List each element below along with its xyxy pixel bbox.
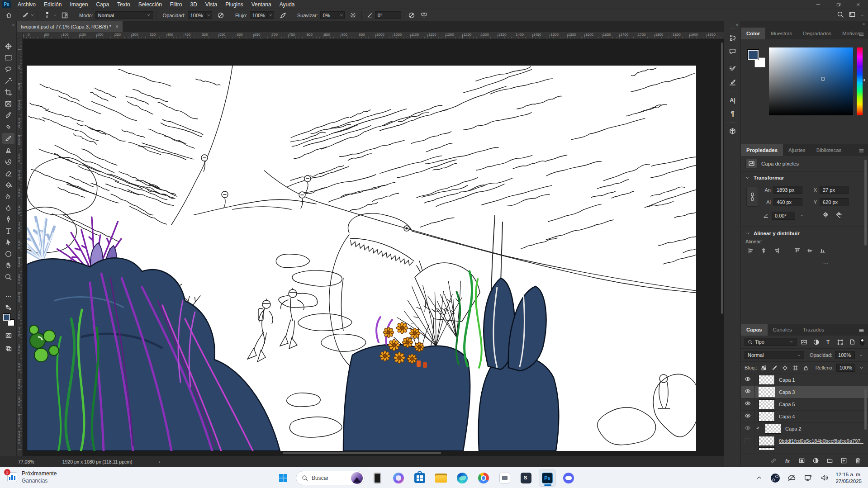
quick-mask-icon[interactable] — [2, 331, 14, 341]
symmetry-butterfly-icon[interactable] — [419, 11, 429, 20]
flip-horizontal-icon[interactable] — [822, 211, 829, 220]
workspace-icon[interactable] — [849, 11, 856, 20]
transform-section-header[interactable]: Transformar — [741, 171, 868, 183]
layer-visibility-icon[interactable] — [741, 411, 754, 422]
opacity-input[interactable]: 100% — [188, 11, 206, 19]
eyedropper-tool[interactable] — [2, 110, 14, 121]
taskbar-app-copilot[interactable] — [390, 469, 407, 487]
flow-input[interactable]: 100% — [250, 11, 268, 19]
panel-menu-icon[interactable] — [859, 147, 864, 156]
object-selection-tool[interactable] — [2, 76, 14, 86]
layer-thumbnail[interactable] — [759, 412, 775, 422]
align-button-alignt[interactable] — [792, 246, 802, 255]
layers-tab-0[interactable]: Capas — [741, 324, 768, 336]
layer-name[interactable]: Capa 3 — [779, 389, 795, 395]
layer-thumbnail[interactable] — [759, 436, 775, 446]
align-button-alignb[interactable] — [817, 246, 828, 255]
layer-filter-type-select[interactable]: Tipo — [745, 338, 797, 346]
marquee-tool[interactable] — [2, 52, 14, 63]
crop-tool[interactable] — [2, 87, 14, 98]
layer-thumbnail[interactable] — [759, 375, 775, 385]
screen-mode-icon[interactable] — [2, 343, 14, 353]
brushes-panel-icon[interactable] — [726, 76, 740, 89]
brush-tool[interactable] — [2, 133, 14, 144]
layer-opacity-input[interactable]: 100% — [835, 351, 855, 359]
new-group-icon[interactable] — [825, 456, 834, 465]
menu-7[interactable]: 3D — [186, 0, 201, 9]
layer-row-0[interactable]: Capa 1 — [741, 374, 868, 386]
filter-type-layers-icon[interactable]: T — [824, 338, 832, 346]
menu-6[interactable]: Filtro — [166, 0, 186, 9]
blend-mode-select[interactable]: Normal — [95, 11, 153, 19]
layers-tab-1[interactable]: Canales — [768, 324, 797, 336]
display-tray-icon[interactable] — [803, 473, 813, 483]
align-button-alignch[interactable] — [758, 246, 769, 255]
filter-adjustment-layers-icon[interactable] — [811, 338, 820, 346]
toolbar-expand-icon[interactable]: » — [12, 23, 14, 27]
properties-tab-2[interactable]: Bibliotecas — [811, 144, 847, 156]
eraser-tool[interactable] — [2, 168, 14, 179]
volume-icon[interactable] — [819, 473, 829, 483]
flow-dropdown-icon[interactable] — [268, 11, 274, 19]
minimize-icon[interactable] — [808, 0, 828, 9]
smudge-tool[interactable] — [2, 191, 14, 202]
layer-filtering-toggle[interactable] — [860, 338, 864, 346]
layer-row-5[interactable]: 0bddf1fcd0a5c184b0bccf8afce9a797_ — [741, 435, 868, 447]
restore-icon[interactable] — [828, 0, 848, 9]
properties-scrollbar[interactable] — [864, 160, 867, 318]
rotation-dropdown-icon[interactable] — [798, 213, 805, 218]
dodge-tool[interactable] — [2, 202, 14, 213]
taskbar-search[interactable]: Buscar — [296, 471, 365, 485]
3d-panel-icon[interactable] — [726, 124, 740, 138]
move-tool[interactable] — [2, 41, 14, 52]
link-dimensions-icon[interactable] — [746, 187, 758, 207]
collapse-panels-icon[interactable]: » — [863, 22, 865, 26]
frame-tool[interactable] — [2, 99, 14, 109]
layer-thumbnail[interactable] — [765, 424, 781, 434]
layer-thumbnail[interactable] — [759, 387, 775, 397]
gear-icon[interactable] — [348, 11, 358, 20]
paragraph-panel-icon[interactable]: ¶ — [726, 107, 740, 120]
history-panel-icon[interactable] — [726, 31, 740, 44]
lock-artboard-icon[interactable] — [792, 364, 799, 372]
lock-pixels-icon[interactable] — [770, 364, 778, 372]
foreground-color[interactable] — [3, 313, 10, 321]
layer-row-4[interactable]: Capa 2 — [741, 423, 868, 435]
steam-tray-icon[interactable] — [770, 473, 780, 483]
default-swap-colors-icon[interactable] — [2, 303, 14, 313]
comments-panel-icon[interactable] — [726, 44, 740, 58]
status-options-icon[interactable]: › — [159, 459, 161, 464]
menu-5[interactable]: Selección — [134, 0, 166, 9]
layer-visibility-icon[interactable] — [741, 423, 754, 435]
taskbar-app-file-explorer[interactable] — [432, 469, 450, 487]
zoom-level[interactable]: 77.08% — [18, 459, 34, 464]
filter-smart-objects-icon[interactable] — [848, 338, 856, 346]
type-tool[interactable] — [2, 225, 14, 236]
foreground-color-swatch[interactable] — [747, 49, 759, 60]
vertical-scrollbar[interactable] — [720, 39, 724, 456]
widgets-button[interactable]: 3 Próximamente Ganancias — [6, 470, 57, 484]
menu-0[interactable]: Archivo — [14, 0, 40, 9]
color-tab-2[interactable]: Degradados — [797, 28, 837, 39]
layer-visibility-icon[interactable] — [741, 386, 754, 398]
align-button-aligncv[interactable] — [804, 246, 815, 255]
hidden-icons-chevron[interactable] — [754, 473, 764, 483]
menu-3[interactable]: Capa — [92, 0, 113, 9]
taskbar-app-app-light[interactable] — [496, 469, 513, 487]
pen-tool[interactable] — [2, 214, 14, 225]
taskbar-app-edge[interactable] — [454, 469, 471, 487]
search-icon[interactable] — [837, 11, 844, 20]
panel-menu-icon[interactable] — [859, 327, 864, 335]
color-swatches[interactable] — [3, 313, 14, 326]
opacity-dropdown-icon[interactable] — [858, 353, 864, 357]
width-input[interactable]: 1893 px — [773, 186, 802, 194]
layer-visibility-icon[interactable] — [741, 374, 754, 386]
new-layer-icon[interactable] — [839, 456, 848, 465]
opacity-pressure-icon[interactable] — [216, 11, 226, 20]
color-field-cursor[interactable] — [821, 77, 825, 81]
y-input[interactable]: 620 px — [820, 198, 849, 206]
close-icon[interactable] — [848, 0, 868, 9]
panel-menu-icon[interactable] — [859, 31, 864, 39]
horizontal-scrollbar[interactable] — [23, 450, 724, 455]
taskbar-app-discord[interactable] — [560, 469, 577, 487]
